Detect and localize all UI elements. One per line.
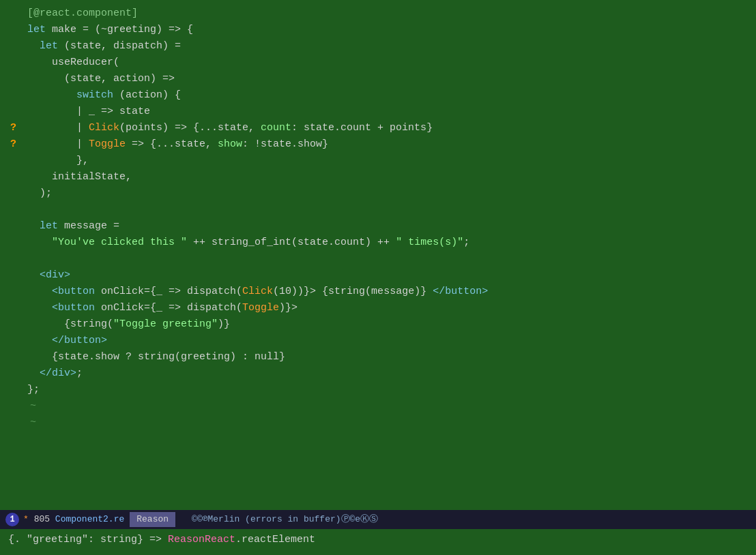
code-line: {string("Toggle greeting")} bbox=[0, 316, 756, 333]
code-line: ); bbox=[0, 185, 756, 202]
code-line: }; bbox=[0, 382, 756, 398]
token: [@react.component] bbox=[27, 7, 138, 19]
copyright: ©©℗Merlin (errors in buffer)Ⓟ©eⓀⓈ bbox=[192, 513, 378, 526]
line-content: </button> bbox=[22, 333, 756, 348]
line-number: 805 bbox=[29, 513, 55, 526]
code-line: (state, action) => bbox=[0, 71, 756, 87]
token: "Toggle greeting" bbox=[113, 318, 218, 330]
gutter-marker bbox=[0, 22, 22, 38]
token: useReducer( bbox=[27, 57, 119, 68]
token: {string(message)} bbox=[316, 286, 426, 297]
token: onClick={_ => dispatch( bbox=[95, 302, 242, 314]
token: )}> bbox=[279, 302, 297, 314]
line-content: ~ bbox=[22, 398, 756, 414]
line-content: initialState, bbox=[22, 169, 756, 185]
code-line: {state.show ? string(greeting) : null} bbox=[0, 349, 756, 365]
line-content: useReducer( bbox=[22, 55, 756, 70]
line-content: ); bbox=[22, 185, 756, 201]
gutter-marker bbox=[0, 5, 22, 21]
token bbox=[27, 237, 52, 248]
gutter-marker bbox=[0, 153, 22, 168]
line-content: </div>; bbox=[22, 365, 756, 381]
token bbox=[27, 302, 52, 314]
line-content: ~ bbox=[22, 415, 756, 430]
circle-label: 1 bbox=[10, 513, 14, 526]
line-content: let (state, dispatch) = bbox=[22, 38, 756, 54]
line-content: (state, action) => bbox=[22, 71, 756, 87]
gutter-marker bbox=[0, 267, 22, 283]
line-content: | Toggle => {...state, show: !state.show… bbox=[22, 136, 756, 152]
type-hint-text: {. "greeting": string} => ReasonReact.re… bbox=[8, 534, 315, 545]
gutter-marker bbox=[0, 202, 22, 217]
token: ~ bbox=[27, 400, 36, 412]
token: <button bbox=[52, 286, 95, 297]
gutter-marker bbox=[0, 415, 22, 430]
token: (points) => {...state, bbox=[119, 122, 261, 134]
type-hint: {. "greeting": string} => ReasonReact.re… bbox=[8, 532, 315, 548]
token: how bbox=[101, 351, 119, 363]
token bbox=[27, 335, 52, 346]
bottom-line: {. "greeting": string} => ReasonReact.re… bbox=[0, 530, 756, 550]
code-line: useReducer( bbox=[0, 55, 756, 71]
line-content: let message = bbox=[22, 218, 756, 234]
code-line: <button onClick={_ => dispatch(Toggle)}> bbox=[0, 300, 756, 316]
code-line: switch (action) { bbox=[0, 87, 756, 104]
gutter-marker bbox=[0, 316, 22, 332]
token: {string( bbox=[27, 318, 113, 330]
token: <div> bbox=[40, 269, 70, 281]
code-line: ~ bbox=[0, 415, 756, 431]
token: </div> bbox=[40, 368, 76, 379]
code-line: ~ bbox=[0, 398, 756, 415]
token: let bbox=[27, 220, 58, 232]
token: : !state.show} bbox=[242, 138, 328, 150]
token: Toggle bbox=[89, 138, 126, 150]
line-content: switch (action) { bbox=[22, 87, 756, 103]
filename: Component2.re bbox=[55, 513, 124, 526]
token: </button> bbox=[52, 335, 107, 346]
token: Click bbox=[242, 286, 273, 297]
token: make = ( bbox=[46, 24, 101, 35]
code-line bbox=[0, 202, 756, 218]
token bbox=[27, 368, 40, 379]
token: | bbox=[27, 138, 89, 150]
token: | _ => state bbox=[27, 106, 150, 117]
line-content: }; bbox=[22, 382, 756, 397]
gutter-marker bbox=[0, 87, 22, 103]
gutter-marker bbox=[0, 398, 22, 414]
token: {state.s bbox=[27, 351, 101, 363]
line-content: <button onClick={_ => dispatch(Toggle)}> bbox=[22, 300, 756, 316]
token: switch bbox=[76, 89, 113, 101]
token: (state, dispatch) = bbox=[58, 40, 181, 52]
code-line: ? | Click(points) => {...state, count: s… bbox=[0, 120, 756, 136]
code-line: }, bbox=[0, 153, 756, 169]
token bbox=[27, 269, 40, 281]
token: : state.count + points} bbox=[291, 122, 433, 134]
code-line: "You've clicked this " ++ string_of_int(… bbox=[0, 235, 756, 251]
token: message = bbox=[58, 220, 119, 232]
line-content bbox=[22, 251, 756, 267]
line-content bbox=[22, 202, 756, 217]
token: ); bbox=[27, 188, 52, 199]
gutter-marker bbox=[0, 169, 22, 185]
token: => {...state, bbox=[126, 138, 218, 150]
gutter-marker bbox=[0, 365, 22, 381]
gutter-marker bbox=[0, 218, 22, 234]
code-line: </div>; bbox=[0, 365, 756, 382]
token: }; bbox=[27, 384, 40, 395]
token: Toggle bbox=[242, 302, 279, 314]
token: (10))}> bbox=[273, 286, 316, 297]
code-line: let (state, dispatch) = bbox=[0, 38, 756, 55]
token: ~ bbox=[27, 417, 36, 428]
line-content: {string("Toggle greeting")} bbox=[22, 316, 756, 332]
code-line: | _ => state bbox=[0, 104, 756, 120]
token bbox=[27, 286, 52, 297]
gutter-marker bbox=[0, 333, 22, 348]
token: ) => { bbox=[156, 24, 193, 35]
gutter-marker bbox=[0, 349, 22, 365]
token: " times(s)" bbox=[396, 237, 463, 248]
gutter-marker bbox=[0, 382, 22, 397]
gutter-marker bbox=[0, 235, 22, 250]
token: </button> bbox=[426, 286, 488, 297]
token: show bbox=[218, 138, 242, 150]
token: ~greeting bbox=[101, 24, 156, 35]
